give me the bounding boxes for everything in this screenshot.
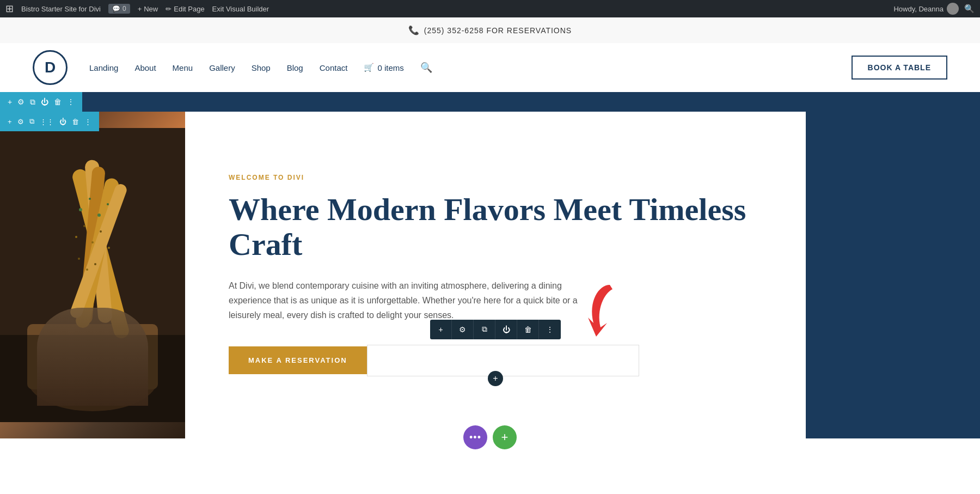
nav-about[interactable]: About — [134, 63, 156, 72]
arrow-annotation — [577, 279, 621, 347]
module-add-below-button[interactable]: + — [488, 371, 503, 386]
section-delete-icon[interactable]: 🗑 — [54, 97, 62, 106]
section-row-controls: + ⚙ ⧉ ⏻ 🗑 ⋮ — [0, 92, 82, 112]
section-toggle-icon[interactable]: ⏻ — [41, 97, 48, 106]
section-settings-icon[interactable]: ⚙ — [17, 97, 24, 106]
food-image — [0, 112, 185, 438]
toolbar-delete-button[interactable]: 🗑 — [517, 320, 539, 339]
phone-text: (255) 352-6258 FOR RESERVATIONS — [424, 26, 572, 35]
section-more-icon[interactable]: ⋮ — [67, 97, 75, 106]
col-toggle-icon[interactable]: ⏻ — [59, 118, 66, 126]
section-add-icon[interactable]: + — [8, 97, 12, 106]
search-icon[interactable]: 🔍 — [964, 4, 975, 14]
svg-rect-20 — [0, 335, 185, 422]
add-section-button[interactable]: + — [493, 425, 517, 449]
nav-menu[interactable]: Menu — [173, 63, 193, 72]
edit-page-link[interactable]: ✏ Edit Page — [166, 5, 204, 13]
svg-point-13 — [78, 258, 80, 260]
nav-cart[interactable]: 🛒 0 items — [364, 63, 403, 72]
comment-count[interactable]: 💬 0 — [108, 4, 130, 14]
make-reservation-button[interactable]: MAKE A RESERVATION — [229, 346, 367, 374]
phone-icon: 📞 — [408, 25, 420, 35]
nav-contact[interactable]: Contact — [320, 63, 348, 72]
svg-point-17 — [89, 198, 91, 200]
site-name[interactable]: Bistro Starter Site for Divi — [21, 5, 101, 13]
edit-pencil-icon: ✏ — [166, 5, 171, 13]
svg-point-8 — [75, 236, 77, 238]
nav-landing[interactable]: Landing — [89, 63, 118, 72]
cta-secondary-input[interactable] — [367, 345, 639, 376]
site-header: D Landing About Menu Gallery Shop Blog C… — [0, 43, 980, 92]
new-plus-icon: + — [138, 5, 142, 13]
hero-right-background — [806, 112, 980, 438]
admin-bar-right: Howdy, Deanna 🔍 — [893, 3, 975, 15]
exit-builder-link[interactable]: Exit Visual Builder — [212, 5, 270, 13]
howdy-text: Howdy, Deanna — [893, 3, 959, 15]
toolbar-more-button[interactable]: ⋮ — [539, 320, 561, 339]
nav-blog[interactable]: Blog — [287, 63, 303, 72]
svg-rect-2 — [27, 324, 158, 389]
col-more-icon[interactable]: ⋮ — [84, 118, 91, 126]
col-delete-icon[interactable]: 🗑 — [72, 118, 79, 126]
dots-icon: ••• — [469, 432, 481, 443]
svg-point-9 — [83, 225, 85, 227]
divi-options-button[interactable]: ••• — [463, 425, 487, 449]
toolbar-settings-button[interactable]: ⚙ — [452, 320, 474, 339]
toolbar-toggle-button[interactable]: ⏻ — [495, 320, 517, 339]
new-button[interactable]: + New — [138, 5, 158, 13]
svg-point-1 — [27, 346, 158, 411]
svg-point-16 — [79, 208, 82, 211]
bottom-controls: ••• + — [463, 425, 517, 449]
col-columns-icon[interactable]: ⋮⋮ — [40, 118, 54, 126]
hero-content-column: WELCOME TO DIVI Where Modern Flavors Mee… — [185, 112, 806, 438]
nav-shop[interactable]: Shop — [252, 63, 271, 72]
col-add-icon[interactable]: + — [8, 118, 12, 126]
hero-section: + ⚙ ⧉ ⋮⋮ ⏻ 🗑 ⋮ — [0, 112, 980, 438]
svg-point-10 — [91, 241, 94, 243]
avatar — [947, 3, 959, 15]
toolbar-add-button[interactable]: + — [430, 320, 452, 339]
col-clone-icon[interactable]: ⧉ — [29, 117, 34, 126]
welcome-label: WELCOME TO DIVI — [229, 174, 762, 181]
cart-icon: 🛒 — [364, 63, 374, 72]
nav-search-icon[interactable]: 🔍 — [420, 62, 432, 74]
nav-gallery[interactable]: Gallery — [209, 63, 235, 72]
hero-row: + ⚙ ⧉ ⋮⋮ ⏻ 🗑 ⋮ — [0, 112, 980, 438]
site-logo[interactable]: D — [33, 50, 68, 85]
svg-point-18 — [97, 214, 101, 217]
cta-area: + ⚙ ⧉ ⏻ 🗑 ⋮ MAKE A RESERVATION + — [229, 345, 762, 376]
hero-description: At Divi, we blend contemporary cuisine w… — [229, 278, 599, 323]
section-clone-icon[interactable]: ⧉ — [30, 97, 35, 107]
top-bar: 📞 (255) 352-6258 FOR RESERVATIONS — [0, 17, 980, 43]
page-wrapper: 📞 (255) 352-6258 FOR RESERVATIONS D Land… — [0, 0, 980, 438]
plus-icon: + — [501, 430, 509, 444]
svg-point-15 — [94, 263, 96, 265]
wp-admin-bar: ⊞ Bistro Starter Site for Divi 💬 0 + New… — [0, 0, 980, 17]
toolbar-clone-button[interactable]: ⧉ — [474, 320, 495, 339]
hero-title: Where Modern Flavors Meet Timeless Craft — [229, 192, 762, 262]
hero-image-column: + ⚙ ⧉ ⋮⋮ ⏻ 🗑 ⋮ — [0, 112, 185, 438]
comment-icon: 💬 — [112, 5, 120, 13]
svg-point-11 — [100, 230, 102, 233]
book-table-button[interactable]: BOOK A TABLE — [852, 56, 947, 80]
main-nav: Landing About Menu Gallery Shop Blog Con… — [89, 62, 830, 74]
svg-point-14 — [86, 269, 88, 271]
cart-items-count: 0 items — [377, 63, 403, 72]
column-controls: + ⚙ ⧉ ⋮⋮ ⏻ 🗑 ⋮ — [0, 112, 99, 131]
module-toolbar: + ⚙ ⧉ ⏻ 🗑 ⋮ — [430, 320, 561, 339]
wp-logo-icon[interactable]: ⊞ — [5, 3, 14, 15]
svg-point-19 — [107, 203, 109, 205]
svg-point-12 — [108, 247, 110, 249]
col-settings-icon[interactable]: ⚙ — [17, 118, 24, 126]
